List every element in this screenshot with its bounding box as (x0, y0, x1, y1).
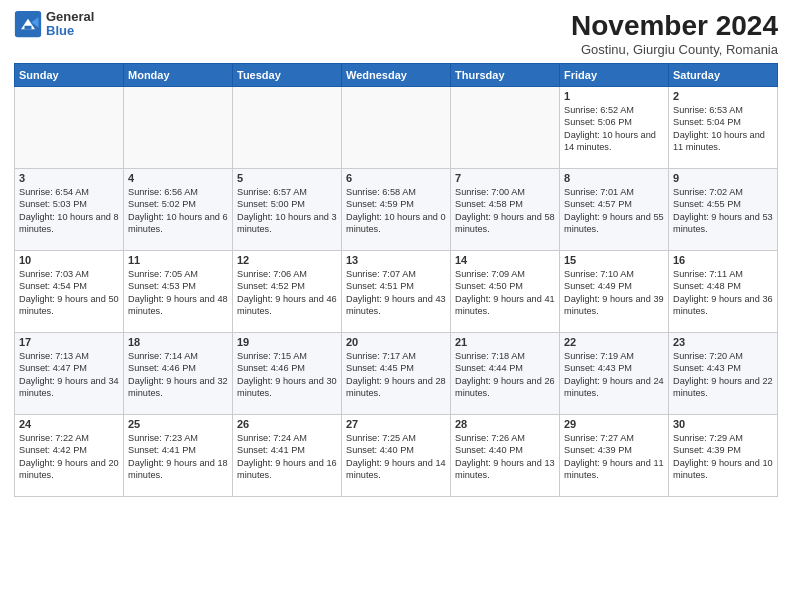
day-info: Sunrise: 6:56 AM (128, 186, 228, 198)
day-info: Sunrise: 7:13 AM (19, 350, 119, 362)
day-info: Daylight: 9 hours and 20 minutes. (19, 457, 119, 482)
day-cell: 21Sunrise: 7:18 AMSunset: 4:44 PMDayligh… (451, 333, 560, 415)
day-number: 14 (455, 254, 555, 266)
day-info: Sunrise: 7:09 AM (455, 268, 555, 280)
day-cell: 8Sunrise: 7:01 AMSunset: 4:57 PMDaylight… (560, 169, 669, 251)
day-number: 15 (564, 254, 664, 266)
day-info: Daylight: 10 hours and 14 minutes. (564, 129, 664, 154)
day-info: Daylight: 9 hours and 43 minutes. (346, 293, 446, 318)
day-info: Sunset: 4:58 PM (455, 198, 555, 210)
day-cell: 26Sunrise: 7:24 AMSunset: 4:41 PMDayligh… (233, 415, 342, 497)
day-info: Sunrise: 7:01 AM (564, 186, 664, 198)
day-info: Sunrise: 7:23 AM (128, 432, 228, 444)
day-info: Daylight: 9 hours and 14 minutes. (346, 457, 446, 482)
day-info: Sunset: 5:00 PM (237, 198, 337, 210)
day-number: 6 (346, 172, 446, 184)
day-cell: 6Sunrise: 6:58 AMSunset: 4:59 PMDaylight… (342, 169, 451, 251)
col-header-thursday: Thursday (451, 64, 560, 87)
day-info: Sunset: 4:45 PM (346, 362, 446, 374)
day-info: Daylight: 9 hours and 30 minutes. (237, 375, 337, 400)
day-number: 27 (346, 418, 446, 430)
day-number: 26 (237, 418, 337, 430)
day-info: Sunrise: 6:58 AM (346, 186, 446, 198)
day-info: Daylight: 9 hours and 34 minutes. (19, 375, 119, 400)
day-number: 1 (564, 90, 664, 102)
day-info: Sunset: 5:06 PM (564, 116, 664, 128)
day-info: Sunset: 4:41 PM (237, 444, 337, 456)
day-info: Sunset: 4:48 PM (673, 280, 773, 292)
day-cell: 3Sunrise: 6:54 AMSunset: 5:03 PMDaylight… (15, 169, 124, 251)
main-container: General Blue November 2024 Gostinu, Giur… (0, 0, 792, 503)
day-info: Sunrise: 7:15 AM (237, 350, 337, 362)
day-info: Daylight: 9 hours and 36 minutes. (673, 293, 773, 318)
day-cell: 11Sunrise: 7:05 AMSunset: 4:53 PMDayligh… (124, 251, 233, 333)
day-info: Sunset: 4:55 PM (673, 198, 773, 210)
day-info: Daylight: 9 hours and 58 minutes. (455, 211, 555, 236)
day-info: Sunset: 4:54 PM (19, 280, 119, 292)
day-info: Sunrise: 6:54 AM (19, 186, 119, 198)
day-info: Sunrise: 7:10 AM (564, 268, 664, 280)
day-cell: 23Sunrise: 7:20 AMSunset: 4:43 PMDayligh… (669, 333, 778, 415)
day-cell: 15Sunrise: 7:10 AMSunset: 4:49 PMDayligh… (560, 251, 669, 333)
day-info: Sunset: 4:43 PM (564, 362, 664, 374)
day-info: Sunrise: 7:06 AM (237, 268, 337, 280)
month-title: November 2024 (571, 10, 778, 42)
day-number: 11 (128, 254, 228, 266)
day-number: 8 (564, 172, 664, 184)
day-info: Sunrise: 7:26 AM (455, 432, 555, 444)
day-number: 4 (128, 172, 228, 184)
day-number: 10 (19, 254, 119, 266)
day-info: Sunrise: 7:24 AM (237, 432, 337, 444)
day-info: Sunrise: 7:00 AM (455, 186, 555, 198)
day-number: 3 (19, 172, 119, 184)
day-info: Sunset: 4:46 PM (237, 362, 337, 374)
week-row-3: 17Sunrise: 7:13 AMSunset: 4:47 PMDayligh… (15, 333, 778, 415)
day-cell: 14Sunrise: 7:09 AMSunset: 4:50 PMDayligh… (451, 251, 560, 333)
day-cell: 25Sunrise: 7:23 AMSunset: 4:41 PMDayligh… (124, 415, 233, 497)
day-number: 5 (237, 172, 337, 184)
day-info: Sunset: 4:43 PM (673, 362, 773, 374)
logo-text: General Blue (46, 10, 94, 39)
day-cell: 5Sunrise: 6:57 AMSunset: 5:00 PMDaylight… (233, 169, 342, 251)
day-info: Sunset: 4:53 PM (128, 280, 228, 292)
day-cell: 12Sunrise: 7:06 AMSunset: 4:52 PMDayligh… (233, 251, 342, 333)
week-row-1: 3Sunrise: 6:54 AMSunset: 5:03 PMDaylight… (15, 169, 778, 251)
day-info: Sunrise: 7:20 AM (673, 350, 773, 362)
day-info: Sunrise: 7:17 AM (346, 350, 446, 362)
day-number: 13 (346, 254, 446, 266)
day-number: 29 (564, 418, 664, 430)
day-info: Sunset: 4:52 PM (237, 280, 337, 292)
day-number: 22 (564, 336, 664, 348)
day-info: Daylight: 9 hours and 41 minutes. (455, 293, 555, 318)
day-info: Sunset: 4:40 PM (455, 444, 555, 456)
day-number: 30 (673, 418, 773, 430)
day-info: Sunrise: 7:27 AM (564, 432, 664, 444)
day-number: 23 (673, 336, 773, 348)
day-info: Sunset: 5:03 PM (19, 198, 119, 210)
day-info: Sunset: 4:39 PM (673, 444, 773, 456)
calendar-table: SundayMondayTuesdayWednesdayThursdayFrid… (14, 63, 778, 497)
day-info: Daylight: 9 hours and 46 minutes. (237, 293, 337, 318)
title-block: November 2024 Gostinu, Giurgiu County, R… (571, 10, 778, 57)
logo-blue-text: Blue (46, 24, 94, 38)
day-info: Daylight: 10 hours and 3 minutes. (237, 211, 337, 236)
col-header-monday: Monday (124, 64, 233, 87)
col-header-wednesday: Wednesday (342, 64, 451, 87)
day-cell: 29Sunrise: 7:27 AMSunset: 4:39 PMDayligh… (560, 415, 669, 497)
day-info: Sunrise: 7:14 AM (128, 350, 228, 362)
day-info: Daylight: 9 hours and 50 minutes. (19, 293, 119, 318)
col-header-sunday: Sunday (15, 64, 124, 87)
day-info: Sunset: 4:59 PM (346, 198, 446, 210)
day-info: Daylight: 9 hours and 10 minutes. (673, 457, 773, 482)
day-cell: 27Sunrise: 7:25 AMSunset: 4:40 PMDayligh… (342, 415, 451, 497)
day-info: Sunset: 4:44 PM (455, 362, 555, 374)
day-number: 7 (455, 172, 555, 184)
day-info: Daylight: 9 hours and 22 minutes. (673, 375, 773, 400)
day-number: 28 (455, 418, 555, 430)
day-number: 9 (673, 172, 773, 184)
day-cell: 1Sunrise: 6:52 AMSunset: 5:06 PMDaylight… (560, 87, 669, 169)
day-info: Sunset: 4:39 PM (564, 444, 664, 456)
day-info: Daylight: 9 hours and 18 minutes. (128, 457, 228, 482)
day-info: Daylight: 9 hours and 32 minutes. (128, 375, 228, 400)
day-info: Sunset: 4:46 PM (128, 362, 228, 374)
